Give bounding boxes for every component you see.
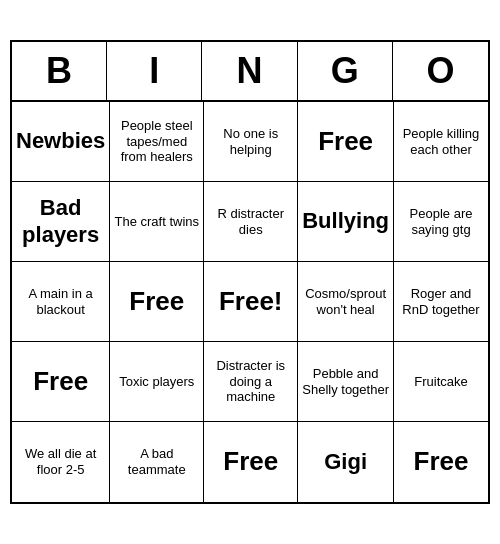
bingo-cell-0: Newbies xyxy=(12,102,110,182)
bingo-cell-8: Bullying xyxy=(298,182,394,262)
bingo-cell-2: No one is helping xyxy=(204,102,298,182)
bingo-cell-11: Free xyxy=(110,262,204,342)
bingo-cell-5: Bad players xyxy=(12,182,110,262)
bingo-cell-7: R distracter dies xyxy=(204,182,298,262)
bingo-cell-14: Roger and RnD together xyxy=(394,262,488,342)
bingo-cell-12: Free! xyxy=(204,262,298,342)
bingo-cell-19: Fruitcake xyxy=(394,342,488,422)
bingo-cell-16: Toxic players xyxy=(110,342,204,422)
bingo-letter-b: B xyxy=(12,42,107,100)
bingo-cell-1: People steel tapes/med from healers xyxy=(110,102,204,182)
bingo-header: BINGO xyxy=(12,42,488,102)
bingo-cell-18: Pebble and Shelly together xyxy=(298,342,394,422)
bingo-cell-9: People are saying gtg xyxy=(394,182,488,262)
bingo-cell-17: Distracter is doing a machine xyxy=(204,342,298,422)
bingo-cell-15: Free xyxy=(12,342,110,422)
bingo-cell-24: Free xyxy=(394,422,488,502)
bingo-cell-23: Gigi xyxy=(298,422,394,502)
bingo-letter-g: G xyxy=(298,42,393,100)
bingo-letter-n: N xyxy=(202,42,297,100)
bingo-cell-4: People killing each other xyxy=(394,102,488,182)
bingo-cell-10: A main in a blackout xyxy=(12,262,110,342)
bingo-letter-i: I xyxy=(107,42,202,100)
bingo-cell-22: Free xyxy=(204,422,298,502)
bingo-card: BINGO NewbiesPeople steel tapes/med from… xyxy=(10,40,490,504)
bingo-cell-20: We all die at floor 2-5 xyxy=(12,422,110,502)
bingo-cell-6: The craft twins xyxy=(110,182,204,262)
bingo-cell-13: Cosmo/sprout won't heal xyxy=(298,262,394,342)
bingo-cell-3: Free xyxy=(298,102,394,182)
bingo-cell-21: A bad teammate xyxy=(110,422,204,502)
bingo-letter-o: O xyxy=(393,42,488,100)
bingo-grid: NewbiesPeople steel tapes/med from heale… xyxy=(12,102,488,502)
